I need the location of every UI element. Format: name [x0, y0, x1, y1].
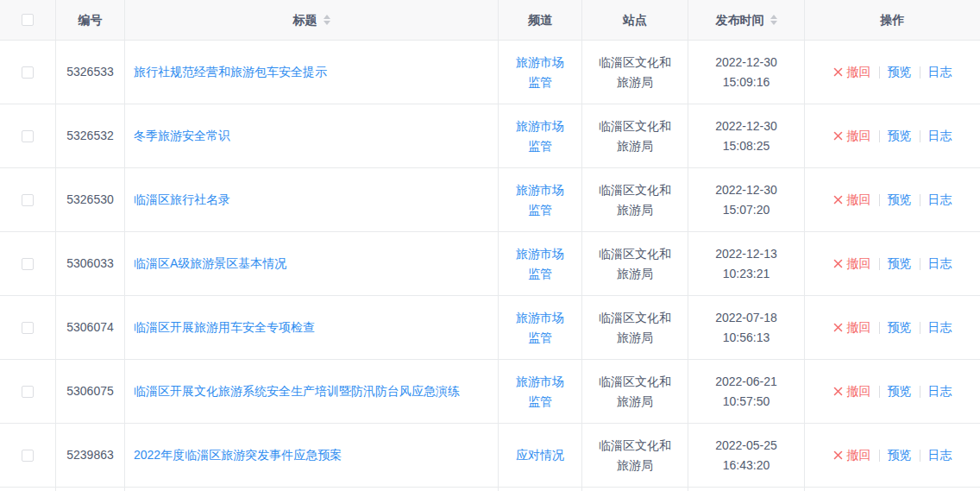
preview-button[interactable]: 预览 — [888, 381, 912, 401]
row-checkbox[interactable] — [22, 322, 34, 334]
action-divider — [920, 258, 920, 270]
revoke-button[interactable]: 撤回 — [833, 190, 871, 210]
channel-link[interactable]: 旅游市场监管 — [511, 372, 569, 412]
header-cell-site: 站点 — [582, 0, 688, 40]
revoke-label: 撤回 — [847, 190, 871, 210]
site-name: 临淄区文化和旅游局 — [594, 436, 676, 475]
channel-link[interactable]: 旅游市场监管 — [511, 180, 569, 220]
revoke-button[interactable]: 撤回 — [833, 62, 871, 82]
article-title-link[interactable]: 临淄区旅行社名录 — [134, 190, 230, 210]
x-icon — [833, 387, 843, 396]
row-checkbox[interactable] — [22, 130, 34, 142]
action-divider — [920, 66, 920, 79]
publish-time: 2022-05-25 16:43:20 — [697, 436, 795, 475]
log-button[interactable]: 日志 — [928, 254, 952, 274]
cell-title: 旅行社规范经营和旅游包车安全提示 — [125, 41, 499, 104]
preview-button[interactable]: 预览 — [888, 445, 912, 465]
channel-link[interactable]: 应对情况 — [516, 445, 564, 465]
log-button[interactable]: 日志 — [928, 381, 952, 401]
table-body: 5326533 旅行社规范经营和旅游包车安全提示 旅游市场监管 临淄区文化和旅游… — [0, 41, 980, 488]
publish-time: 2022-12-30 15:08:25 — [697, 116, 795, 156]
table-row: 5326533 旅行社规范经营和旅游包车安全提示 旅游市场监管 临淄区文化和旅游… — [0, 41, 980, 104]
log-button[interactable]: 日志 — [928, 445, 952, 465]
action-divider — [879, 66, 880, 79]
channel-link[interactable]: 旅游市场监管 — [511, 53, 569, 92]
column-header-title: 标题 — [293, 10, 317, 30]
cell-actions: 撤回 预览 日志 — [805, 232, 980, 295]
preview-button[interactable]: 预览 — [888, 254, 912, 274]
channel-link[interactable]: 旅游市场监管 — [511, 116, 569, 156]
revoke-button[interactable]: 撤回 — [833, 381, 871, 401]
publish-time: 2022-12-30 15:09:16 — [697, 53, 795, 92]
channel-link[interactable]: 旅游市场监管 — [511, 244, 569, 284]
column-header-publish-time: 发布时间 — [716, 10, 764, 30]
log-button[interactable]: 日志 — [928, 190, 952, 210]
action-divider — [879, 194, 880, 206]
revoke-button[interactable]: 撤回 — [833, 445, 871, 465]
revoke-label: 撤回 — [847, 445, 871, 465]
article-title-link[interactable]: 冬季旅游安全常识 — [134, 126, 230, 146]
revoke-button[interactable]: 撤回 — [833, 254, 871, 274]
article-title-link[interactable]: 临淄区开展文化旅游系统安全生产培训暨防汛防台风应急演练 — [134, 381, 460, 401]
article-title-link[interactable]: 2022年度临淄区旅游突发事件应急预案 — [134, 445, 342, 465]
preview-button[interactable]: 预览 — [888, 126, 912, 146]
preview-button[interactable]: 预览 — [888, 190, 912, 210]
article-title-link[interactable]: 临淄区开展旅游用车安全专项检查 — [134, 318, 315, 337]
cell-actions: 撤回 预览 日志 — [805, 168, 980, 231]
preview-button[interactable]: 预览 — [888, 318, 912, 337]
cell-id: 5326532 — [56, 104, 125, 167]
cell-channel: 旅游市场监管 — [499, 168, 582, 231]
cell-actions: 撤回 预览 日志 — [805, 296, 980, 359]
article-title-link[interactable]: 旅行社规范经营和旅游包车安全提示 — [134, 62, 327, 82]
publish-time: 2022-12-30 15:07:20 — [697, 180, 795, 220]
cell-channel: 旅游市场监管 — [499, 104, 582, 167]
revoke-label: 撤回 — [847, 62, 871, 82]
sort-publish-time-icon[interactable] — [770, 15, 777, 25]
x-icon — [833, 450, 843, 460]
cell-channel: 旅游市场监管 — [499, 296, 582, 359]
cell-publish-time: 2022-12-30 15:08:25 — [688, 104, 805, 167]
row-checkbox[interactable] — [22, 450, 34, 462]
row-checkbox[interactable] — [22, 66, 34, 79]
cell-id: 5306033 — [56, 232, 125, 295]
revoke-button[interactable]: 撤回 — [833, 126, 871, 146]
select-all-checkbox[interactable] — [22, 14, 34, 26]
revoke-button[interactable]: 撤回 — [833, 318, 871, 337]
cell-site: 临淄区文化和旅游局 — [582, 232, 688, 295]
cell-publish-time: 2022-07-18 10:56:13 — [688, 296, 805, 359]
cell-channel: 应对情况 — [499, 424, 582, 487]
revoke-label: 撤回 — [847, 126, 871, 146]
preview-button[interactable]: 预览 — [888, 62, 912, 82]
sort-title-icon[interactable] — [324, 15, 330, 25]
row-checkbox[interactable] — [22, 386, 34, 398]
cell-checkbox — [0, 232, 56, 295]
cell-id: 5306075 — [56, 360, 125, 423]
row-checkbox[interactable] — [22, 194, 34, 206]
header-cell-publish-time: 发布时间 — [688, 0, 805, 40]
article-id: 5239863 — [66, 445, 114, 465]
channel-link[interactable]: 旅游市场监管 — [511, 308, 569, 348]
log-button[interactable]: 日志 — [928, 318, 952, 337]
cell-checkbox — [0, 104, 56, 167]
revoke-label: 撤回 — [847, 254, 871, 274]
x-icon — [833, 259, 843, 268]
action-divider — [879, 322, 880, 334]
cell-publish-time: 2022-12-30 15:07:20 — [688, 168, 805, 231]
cell-id: 5306074 — [56, 296, 125, 359]
site-name: 临淄区文化和旅游局 — [594, 53, 676, 92]
cell-id: 5326530 — [56, 168, 125, 231]
cell-id: 5239863 — [56, 424, 125, 487]
action-divider — [920, 386, 920, 398]
log-button[interactable]: 日志 — [928, 62, 952, 82]
table-row: 5306075 临淄区开展文化旅游系统安全生产培训暨防汛防台风应急演练 旅游市场… — [0, 360, 980, 424]
caret-down-icon — [324, 21, 330, 25]
article-id: 5306075 — [66, 381, 114, 401]
cell-publish-time: 2022-12-13 10:23:21 — [688, 232, 805, 295]
cell-site: 临淄区文化和旅游局 — [582, 296, 688, 359]
table-row: 5306033 临淄区A级旅游景区基本情况 旅游市场监管 临淄区文化和旅游局 2… — [0, 232, 980, 296]
cell-actions: 撤回 预览 日志 — [805, 41, 980, 104]
row-checkbox[interactable] — [22, 258, 34, 270]
cell-site: 临淄区文化和旅游局 — [582, 168, 688, 231]
log-button[interactable]: 日志 — [928, 126, 952, 146]
article-title-link[interactable]: 临淄区A级旅游景区基本情况 — [134, 254, 286, 274]
